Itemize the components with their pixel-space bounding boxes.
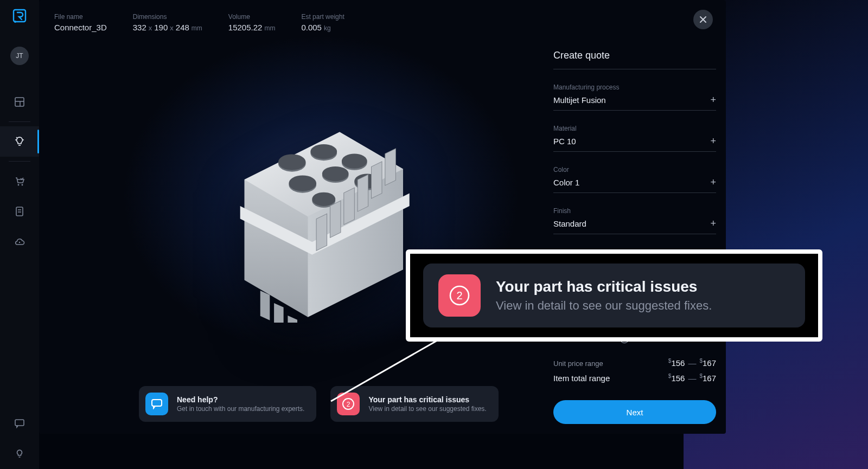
material-value: PC 10: [553, 137, 576, 146]
svg-point-30: [322, 166, 349, 181]
field-material[interactable]: Material PC 10+: [553, 125, 716, 152]
meta-volume: Volume 15205.22mm: [228, 13, 276, 32]
svg-point-28: [289, 176, 316, 191]
callout-title: Your part has critical issues: [496, 278, 712, 295]
finish-value: Standard: [553, 219, 586, 228]
volume-label: Volume: [228, 13, 276, 21]
avatar-initials: JT: [16, 52, 23, 60]
nav-cart[interactable]: [0, 166, 39, 196]
svg-rect-38: [358, 175, 368, 211]
file-meta: File name Connector_3D Dimensions 332x19…: [54, 13, 344, 32]
svg-rect-42: [274, 303, 284, 322]
avatar[interactable]: JT: [10, 47, 29, 65]
lightbulb-small-icon: [14, 448, 25, 459]
plus-icon[interactable]: +: [710, 94, 716, 106]
svg-line-8: [16, 137, 17, 138]
weight-value: 0.005kg: [301, 23, 344, 32]
svg-rect-40: [385, 149, 396, 185]
document-icon: [15, 206, 24, 217]
svg-rect-39: [372, 162, 382, 198]
field-color[interactable]: Color Color 1+: [553, 166, 716, 193]
svg-rect-43: [288, 316, 297, 322]
svg-rect-41: [260, 291, 270, 320]
dimensions-value: 332x190x248mm: [133, 23, 202, 32]
item-total-value: $156—$167: [668, 373, 716, 383]
material-label: Material: [553, 125, 716, 132]
lightbulb-icon: [14, 136, 25, 147]
svg-rect-35: [316, 214, 327, 251]
process-value: Multijet Fusion: [553, 95, 606, 105]
svg-rect-15: [15, 420, 24, 426]
svg-text:2: 2: [456, 290, 462, 301]
help-card-sub: Get in touch with our manufacturing expe…: [177, 405, 304, 413]
panel-title: Create quote: [553, 50, 716, 69]
meta-dimensions: Dimensions 332x190x248mm: [133, 13, 202, 32]
dashboard-icon: [14, 97, 25, 107]
plus-icon[interactable]: +: [710, 177, 716, 188]
meta-filename: File name Connector_3D: [54, 13, 107, 32]
finish-label: Finish: [553, 207, 716, 215]
nav-ideas[interactable]: [0, 126, 39, 157]
volume-value: 15205.22mm: [228, 23, 276, 32]
svg-point-1: [14, 21, 16, 23]
svg-point-26: [342, 154, 367, 169]
nav-cloud[interactable]: [0, 227, 39, 257]
field-finish[interactable]: Finish Standard+: [553, 207, 716, 234]
svg-point-10: [22, 184, 23, 186]
plus-icon[interactable]: +: [710, 218, 716, 229]
callout-sub: View in detail to see our suggested fixe…: [496, 299, 712, 313]
nav-docs[interactable]: [0, 196, 39, 227]
field-process[interactable]: Manufacturing process Multijet Fusion+: [553, 83, 716, 111]
svg-point-9: [18, 184, 20, 186]
part-viewer[interactable]: [202, 92, 435, 331]
svg-rect-11: [16, 207, 23, 216]
filename-value: Connector_3D: [54, 23, 107, 32]
process-label: Manufacturing process: [553, 83, 716, 91]
dimensions-label: Dimensions: [133, 13, 202, 21]
svg-point-14: [19, 242, 20, 243]
filename-label: File name: [54, 13, 107, 21]
help-card-title: Need help?: [177, 395, 304, 404]
nav-tips[interactable]: [0, 439, 39, 469]
color-value: Color 1: [553, 178, 579, 187]
unit-price-value: $156—$167: [668, 358, 716, 368]
weight-label: Est part weight: [301, 13, 344, 21]
callout-leader-line: [320, 331, 456, 407]
plus-icon[interactable]: +: [710, 136, 716, 147]
chat-icon: [14, 419, 25, 428]
svg-point-34: [312, 192, 335, 206]
issue-count-big-icon: 2: [438, 274, 481, 317]
svg-rect-36: [330, 201, 341, 237]
unit-price-label: Unit price range: [553, 359, 603, 368]
svg-point-22: [278, 155, 306, 170]
close-icon: [699, 16, 707, 23]
svg-rect-37: [344, 188, 355, 224]
cart-icon: [14, 176, 25, 187]
next-button[interactable]: Next: [553, 400, 716, 424]
quote-panel: Create quote Manufacturing process Multi…: [553, 50, 716, 424]
part-render-icon: [213, 100, 424, 323]
svg-rect-2: [15, 98, 24, 106]
close-button[interactable]: [693, 10, 713, 29]
item-total-row: Item total range $156—$167: [553, 373, 716, 383]
nav-dashboard[interactable]: [0, 87, 39, 117]
app-logo[interactable]: [10, 7, 29, 25]
meta-weight: Est part weight 0.005kg: [301, 13, 344, 32]
cloud-icon: [14, 237, 25, 246]
item-total-label: Item total range: [553, 374, 610, 383]
svg-rect-0: [14, 10, 25, 22]
svg-line-47: [331, 336, 445, 401]
issues-callout: 2 Your part has critical issues View in …: [406, 249, 822, 342]
svg-point-24: [310, 144, 337, 159]
help-card[interactable]: Need help? Get in touch with our manufac…: [139, 386, 316, 422]
unit-price-row: Unit price range $156—$167: [553, 358, 716, 368]
app-root: JT: [0, 0, 868, 469]
issues-callout-card[interactable]: 2 Your part has critical issues View in …: [423, 264, 805, 327]
svg-rect-44: [152, 400, 162, 406]
nav-chat[interactable]: [0, 408, 39, 439]
color-label: Color: [553, 166, 716, 174]
chat-bubble-icon: [145, 393, 168, 415]
left-rail: JT: [0, 0, 39, 469]
